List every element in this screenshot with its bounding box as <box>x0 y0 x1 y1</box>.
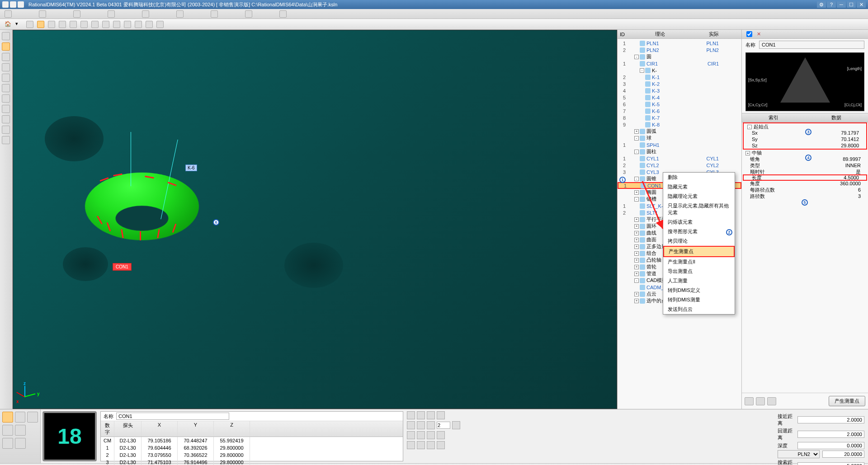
footer-btn-2[interactable] <box>756 397 765 405</box>
ribbon-btn-3[interactable] <box>73 10 80 18</box>
tree-row[interactable]: 1CIR1CIR1 <box>618 60 741 67</box>
menu-item[interactable]: 搜寻图形元素 <box>663 227 735 236</box>
home-icon[interactable] <box>5 21 12 28</box>
ribbon-btn-5[interactable] <box>142 10 149 18</box>
ribbon-btn-6[interactable] <box>176 10 184 18</box>
lt-btn-5[interactable] <box>2 74 10 82</box>
lt-btn-6[interactable] <box>2 84 10 92</box>
tree-row[interactable]: 3K-2 <box>618 80 741 87</box>
menu-item[interactable]: 转到DMIS定义 <box>663 286 735 295</box>
tree-row[interactable]: 8K-7 <box>618 114 741 121</box>
tool-number-input[interactable] <box>437 422 450 429</box>
tree-row[interactable]: -圆柱 <box>618 148 741 155</box>
rotate-icon[interactable] <box>37 21 44 28</box>
bt-9[interactable] <box>407 431 415 439</box>
bt-5[interactable] <box>407 421 415 429</box>
retract-input[interactable] <box>797 431 864 438</box>
dropdown-icon[interactable]: ▾ <box>15 21 23 28</box>
bottom-name-input[interactable] <box>116 413 229 420</box>
bt-2[interactable] <box>417 411 425 419</box>
table-row[interactable]: 1D2-L3079.60444668.39202629.800000 <box>101 444 403 451</box>
bl-btn-3[interactable] <box>27 412 38 423</box>
name-input[interactable] <box>759 41 864 49</box>
tool-icon-3[interactable] <box>91 21 99 28</box>
menu-item[interactable]: 人工测量 <box>663 276 735 286</box>
ribbon-btn-9[interactable] <box>279 10 287 18</box>
data-row[interactable]: 角度360.0000 <box>742 180 868 187</box>
menu-item[interactable]: 发送到点云 <box>663 305 735 314</box>
menu-item[interactable]: 隐藏元素 <box>663 182 735 192</box>
data-row[interactable]: 每路径点数6 <box>742 187 868 193</box>
bt-16[interactable] <box>437 441 445 449</box>
bt-1[interactable] <box>407 411 415 419</box>
maximize-icon[interactable]: ☐ <box>847 1 856 8</box>
lt-btn-4[interactable] <box>2 63 10 71</box>
tree-row[interactable]: +圆弧 <box>618 128 741 135</box>
lt-btn-7[interactable] <box>2 94 10 103</box>
menu-item[interactable]: 产生测量点II <box>663 257 735 267</box>
bt-13[interactable] <box>407 441 415 449</box>
tree-row[interactable]: 1SPH1 <box>618 141 741 148</box>
menu-item[interactable]: 隐藏理论元素 <box>663 192 735 201</box>
tree-row[interactable]: -圆 <box>618 53 741 60</box>
menu-item[interactable]: 产生测量点 <box>663 246 735 257</box>
bl-btn-7[interactable] <box>15 438 26 449</box>
menu-item[interactable]: 转到DMIS测量 <box>663 295 735 305</box>
tree-row[interactable]: 5K-4 <box>618 94 741 101</box>
ribbon-btn-4[interactable] <box>108 10 115 18</box>
tool-icon-9[interactable] <box>156 21 164 28</box>
footer-btn-3[interactable] <box>767 397 776 405</box>
ribbon-btn-1[interactable] <box>5 10 12 18</box>
bt-10[interactable] <box>417 431 425 439</box>
lt-btn-1[interactable] <box>2 32 10 40</box>
help-icon[interactable]: ? <box>827 1 836 8</box>
lt-btn-11[interactable] <box>2 136 10 144</box>
tool-icon-1[interactable] <box>70 21 77 28</box>
ribbon-btn-8[interactable] <box>245 10 252 18</box>
bt-3[interactable] <box>427 411 435 419</box>
menu-item[interactable]: 只显示此元素,隐藏所有其他元素 <box>663 201 735 217</box>
lt-btn-2[interactable] <box>2 42 10 51</box>
tree-row[interactable]: 2CYL2CYL2 <box>618 162 741 169</box>
lt-btn-3[interactable] <box>2 53 10 61</box>
prop-checkbox[interactable] <box>746 31 752 37</box>
tree-row[interactable]: -K- <box>618 67 741 74</box>
menu-item[interactable]: 导出测量点 <box>663 267 735 276</box>
bt-15[interactable] <box>427 441 435 449</box>
plane-select[interactable]: PLN2 <box>778 450 820 458</box>
settings-icon[interactable]: ⚙ <box>817 1 826 8</box>
tool-icon-8[interactable] <box>146 21 153 28</box>
data-row[interactable]: Sz29.8000 <box>744 142 866 149</box>
bl-btn-2[interactable] <box>15 412 26 423</box>
tree-row[interactable]: 6K-5 <box>618 101 741 108</box>
zoom-icon[interactable] <box>48 21 55 28</box>
tool-icon-6[interactable] <box>124 21 131 28</box>
close-icon[interactable]: ✕ <box>857 1 866 8</box>
lt-btn-10[interactable] <box>2 126 10 134</box>
tree-row[interactable]: 1CYL1CYL1 <box>618 155 741 162</box>
data-row[interactable]: 类型INNER <box>742 162 868 169</box>
plane-val2[interactable] <box>822 451 864 458</box>
fit-icon[interactable] <box>59 21 66 28</box>
minimize-icon[interactable]: ─ <box>837 1 846 8</box>
tree-row[interactable]: -球 <box>618 135 741 141</box>
tree-row[interactable]: 2PLN2PLN2 <box>618 47 741 53</box>
lt-btn-9[interactable] <box>2 115 10 123</box>
table-row[interactable]: 2D2-L3073.07955070.36652229.800000 <box>101 451 403 459</box>
table-row[interactable]: CMD2-L3079.10518670.44824755.992419 <box>101 437 403 444</box>
tool-icon-2[interactable] <box>80 21 88 28</box>
approach-input[interactable] <box>797 416 864 423</box>
tool-icon-4[interactable] <box>102 21 109 28</box>
tree-row[interactable]: 4K-3 <box>618 87 741 94</box>
close-panel-icon[interactable]: ✕ <box>757 31 761 37</box>
ribbon-btn-7[interactable] <box>211 10 218 18</box>
tree-row[interactable]: 9K-8 <box>618 121 741 128</box>
menu-item[interactable]: 删除 <box>663 173 735 182</box>
bt-7[interactable] <box>427 421 435 429</box>
bt-14[interactable] <box>417 441 425 449</box>
bt-12[interactable] <box>437 431 445 439</box>
data-row[interactable]: 路径数3 <box>742 193 868 199</box>
bl-btn-5[interactable] <box>15 425 26 436</box>
data-row[interactable]: Sy70.1412 <box>744 136 866 142</box>
menu-item[interactable]: 闪烁该元素 <box>663 217 735 227</box>
